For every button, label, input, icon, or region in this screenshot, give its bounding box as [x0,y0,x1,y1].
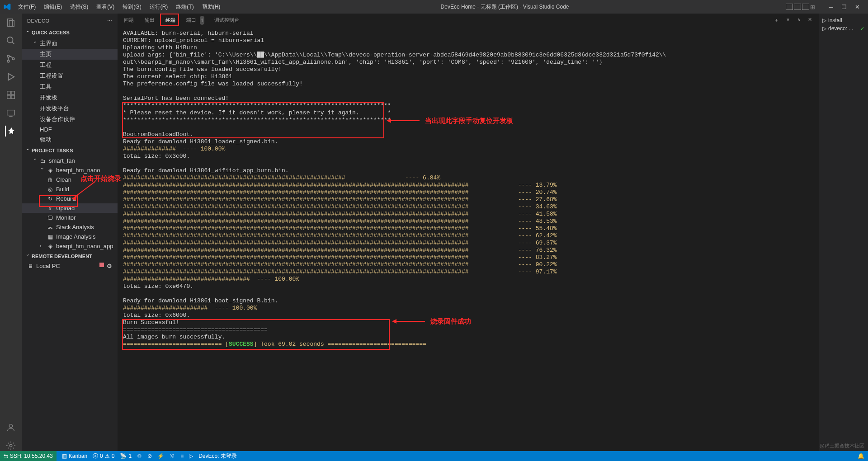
svg-point-6 [12,58,14,60]
layout-controls[interactable]: ⊞ [786,4,817,10]
extensions-icon[interactable] [5,89,16,100]
rp-install[interactable]: ▷install [821,16,866,24]
tree-partners[interactable]: 设备合作伙伴 [22,114,118,125]
gear-icon[interactable]: ⚙ [107,263,112,269]
tree-label: smart_fan [49,157,75,164]
task-stack-analysis[interactable]: ⫘Stack Analysis [22,222,118,232]
menu-go[interactable]: 转到(G) [119,1,145,13]
tree-hdf[interactable]: HDF [22,125,118,134]
close-button[interactable]: ✕ [855,4,860,10]
menu-edit[interactable]: 编辑(E) [40,1,66,13]
remote-explorer-icon[interactable] [5,108,16,118]
task-monitor[interactable]: 🖵Monitor [22,213,118,222]
tree-driver[interactable]: 驱动 [22,134,118,145]
image-icon: ▦ [47,234,53,240]
tree-board-platform[interactable]: 开发板平台 [22,103,118,114]
svg-rect-8 [7,91,10,94]
sb-ports[interactable]: 📡1 [120,453,132,459]
tab-problems[interactable]: 问题 [123,15,135,25]
error-icon: ⓧ [93,452,98,460]
upload-icon: ⇪ [47,205,53,212]
task-build[interactable]: ◎Build [22,184,118,194]
terminal-maximize-icon[interactable]: ∧ [796,15,802,25]
svg-rect-10 [7,95,10,99]
tab-terminal[interactable]: 终端 [165,15,176,26]
task-app[interactable]: ›◈bearpi_hm_nano_app [22,241,118,251]
tree-tools[interactable]: 工具 [22,81,118,92]
sb-icon6[interactable]: ▷ [189,453,193,459]
tree-label: 开发板 [40,94,57,102]
tree-main-ui[interactable]: ›主界面 [22,38,118,49]
tab-debug-console[interactable]: 调试控制台 [213,15,240,25]
svg-point-14 [9,424,12,428]
menu-run[interactable]: 运行(R) [146,1,172,13]
layout-icon-4[interactable]: ⊞ [810,4,817,10]
rp-label: install [828,17,842,24]
rp-deveco[interactable]: ▷deveco: ...✓ [821,24,866,33]
more-icon[interactable]: ⋯ [107,18,113,24]
section-project-tasks[interactable]: ›PROJECT TASKS [22,146,118,155]
panel-tabs: 问题 输出 终端 端口 1 调试控制台 ＋ ∨ ∧ ✕ [118,14,818,27]
source-control-icon[interactable] [5,53,16,64]
terminal-close-icon[interactable]: ✕ [807,15,813,25]
accounts-icon[interactable] [5,422,16,433]
terminal-dropdown-icon[interactable]: ∨ [785,15,791,25]
task-rebuild[interactable]: ↻Rebuild [22,194,118,203]
sb-notifications[interactable]: 🔔 [858,453,864,459]
minimize-button[interactable]: ─ [829,4,833,10]
sb-icon5[interactable]: ≡ [180,453,184,459]
menu-selection[interactable]: 选择(S) [66,1,92,13]
svg-line-3 [12,42,14,44]
titlebar: 文件(F) 编辑(E) 选择(S) 查看(V) 转到(G) 运行(R) 终端(T… [0,0,868,14]
maximize-button[interactable]: ☐ [841,4,847,10]
tab-output[interactable]: 输出 [144,15,156,25]
sb-icon1[interactable]: ♲ [137,453,142,459]
stop-icon[interactable] [99,263,104,267]
layout-icon-2[interactable] [794,4,801,10]
refresh-icon: ↻ [47,196,53,202]
tree-label: 主页 [40,50,52,58]
task-image-analysis[interactable]: ▦Image Analysis [22,232,118,241]
tree-project[interactable]: 工程 [22,60,118,71]
deveco-icon[interactable] [5,126,16,136]
layout-icon-3[interactable] [802,4,809,10]
menu-view[interactable]: 查看(V) [93,1,118,13]
sb-errors[interactable]: ⓧ0⚠0 [93,452,114,460]
settings-icon[interactable] [5,440,16,451]
menu-terminal[interactable]: 终端(T) [172,1,197,13]
tab-ports[interactable]: 端口 [185,15,197,25]
chip-icon: ◈ [47,243,53,249]
menu-file[interactable]: 文件(F) [14,1,39,13]
section-quick-access[interactable]: ›QUICK ACCESS [22,28,118,37]
explorer-icon[interactable] [5,17,16,28]
layout-icon-1[interactable] [786,4,793,10]
local-pc[interactable]: 🖥 Local PC ⚙ [22,261,118,271]
terminal-new-icon[interactable]: ＋ [773,15,780,25]
tree-project-settings[interactable]: 工程设置 [22,71,118,81]
terminal[interactable]: AVAILABLE: burn-serial, hiburn-serialCUR… [118,27,818,451]
sb-remote[interactable]: ⇆SSH: 10.55.20.43 [0,451,57,461]
tree-label: 设备合作伙伴 [40,115,75,123]
sb-deveco-login[interactable]: DevEco: 未登录 [198,452,237,460]
task-clean[interactable]: 🗑Clean [22,175,118,184]
sb-icon4[interactable]: ⛭ [170,453,175,459]
tree-home[interactable]: 主页 [22,49,118,60]
svg-point-15 [9,444,12,447]
task-upload[interactable]: ⇪Upload [22,203,118,213]
activitybar [0,14,22,451]
search-icon[interactable] [5,35,16,46]
menu-help[interactable]: 帮助(H) [198,1,224,13]
quick-access-label: QUICK ACCESS [32,30,70,35]
sb-icon3[interactable]: ⚡ [157,453,164,459]
tree-label: 开发板平台 [40,104,69,113]
task-root[interactable]: ›🗀smart_fan [22,156,118,165]
sb-errors-count: 0 [100,453,103,459]
svg-point-4 [7,55,9,57]
sb-kanban[interactable]: ▥Kanban [62,453,87,459]
section-remote-dev[interactable]: ›REMOTE DEVELOPMENT [22,252,118,261]
run-debug-icon[interactable] [5,71,16,82]
sb-icon2[interactable]: ⊘ [147,453,152,459]
check-icon: ✓ [860,26,864,32]
task-board[interactable]: ›◈bearpi_hm_nano [22,165,118,175]
tree-boards[interactable]: 开发板 [22,92,118,103]
